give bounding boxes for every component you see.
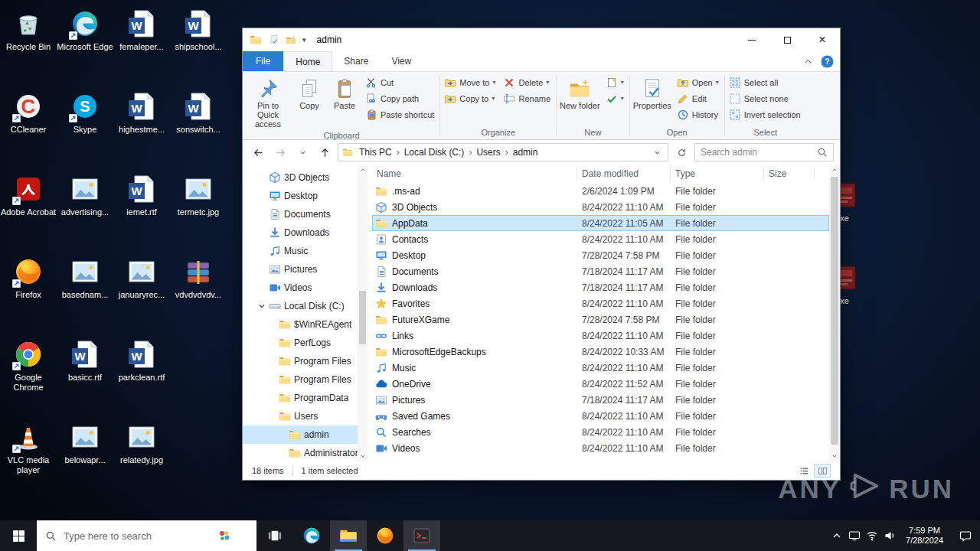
ribbon-button-open[interactable]: Open▾ <box>674 74 724 90</box>
nav-item-downloads[interactable]: Downloads <box>243 223 358 242</box>
column-header-name[interactable]: Name <box>372 167 577 181</box>
nav-item-perflogs[interactable]: PerfLogs <box>243 334 358 352</box>
scroll-up-icon[interactable] <box>358 165 368 175</box>
desktop-icon-highestme[interactable]: Whighestme... <box>113 90 170 135</box>
ribbon-button-edit[interactable]: Edit <box>674 90 724 106</box>
nav-item-music[interactable]: Music <box>243 242 358 260</box>
file-row-links[interactable]: Links8/24/2022 11:10 AMFile folder <box>372 328 829 344</box>
taskbar-clock[interactable]: 7:59 PM 7/28/2024 <box>898 526 951 546</box>
file-row-microsoftedgebackups[interactable]: MicrosoftEdgeBackups8/24/2022 10:33 AMFi… <box>372 344 829 360</box>
tray-volume-icon[interactable] <box>880 520 898 551</box>
desktop-icon-adobe-acrobat[interactable]: Adobe Acrobat <box>0 173 57 217</box>
qat-properties-button[interactable] <box>269 34 279 45</box>
breadcrumb-item-users[interactable]: Users <box>472 147 505 158</box>
up-button[interactable] <box>315 143 334 161</box>
minimize-button[interactable] <box>734 28 769 51</box>
nav-item-program-files[interactable]: Program Files <box>243 352 358 370</box>
breadcrumb-item-this-pc[interactable]: This PC <box>354 147 397 158</box>
search-input[interactable] <box>701 147 812 158</box>
tray-network-icon[interactable] <box>863 520 880 551</box>
file-row-favorites[interactable]: Favorites8/24/2022 11:10 AMFile folder <box>372 295 829 311</box>
tab-file[interactable]: File <box>243 51 283 71</box>
breadcrumb-item-local-disk-c[interactable]: Local Disk (C:) <box>400 147 469 158</box>
ribbon-button-copy[interactable]: Copy <box>292 74 327 112</box>
file-row-desktop[interactable]: Desktop7/28/2024 7:58 PMFile folder <box>372 247 829 263</box>
ribbon-button-pin-to-quick-access[interactable]: Pin to Quick access <box>244 74 292 130</box>
desktop-icon-ccleaner[interactable]: CCCleaner <box>0 90 57 135</box>
file-row-documents[interactable]: Documents7/18/2024 11:17 AMFile folder <box>372 263 829 279</box>
qat-customize-icon[interactable]: ▾ <box>302 36 306 44</box>
nav-item-pictures[interactable]: Pictures <box>243 260 358 279</box>
nav-scrollbar[interactable] <box>358 165 368 461</box>
desktop-icon-vdvdvdvdv[interactable]: vdvdvdvdv... <box>170 256 227 300</box>
file-row-ms-ad[interactable]: .ms-ad2/6/2024 1:09 PMFile folder <box>372 183 829 199</box>
desktop-icon-termetc-jpg[interactable]: termetc.jpg <box>170 173 227 217</box>
nav-item-winreagent[interactable]: $WinREAgent <box>243 315 358 334</box>
action-center-button[interactable] <box>951 530 980 542</box>
ribbon-button-paste-shortcut[interactable]: Paste shortcut <box>362 106 439 122</box>
desktop-icon-belowapr[interactable]: belowapr... <box>57 421 113 465</box>
ribbon-button-move-to[interactable]: Move to▾ <box>441 74 500 90</box>
column-header-date-modified[interactable]: Date modified <box>577 167 671 181</box>
taskbar-task-view[interactable] <box>256 520 293 551</box>
ribbon-button-paste[interactable]: Paste <box>327 74 362 112</box>
taskbar-file-explorer[interactable] <box>330 520 367 551</box>
maximize-button[interactable] <box>769 28 805 51</box>
desktop-icon-relatedy-jpg[interactable]: relatedy.jpg <box>113 421 170 465</box>
list-scrollbar[interactable] <box>829 165 840 461</box>
taskbar-search[interactable] <box>37 520 256 551</box>
collapse-ribbon-icon[interactable] <box>803 57 813 67</box>
close-button[interactable]: × <box>805 28 840 51</box>
breadcrumb-item-admin[interactable]: admin <box>508 147 543 158</box>
ribbon-button-invert-selection[interactable]: Invert selection <box>726 106 805 122</box>
ribbon-button-copy-path[interactable]: Copy path <box>362 90 439 106</box>
desktop-icon-shipschool[interactable]: Wshipschool... <box>170 8 227 52</box>
scroll-down-icon[interactable] <box>829 451 840 461</box>
chevron-down-icon[interactable] <box>257 302 266 310</box>
ribbon-button-properties[interactable]: Properties <box>631 74 674 112</box>
desktop-icon-recycle-bin[interactable]: Recycle Bin <box>0 8 57 52</box>
nav-item-documents[interactable]: Documents <box>243 205 358 223</box>
desktop-icon-sonswitch[interactable]: Wsonswitch... <box>170 90 227 135</box>
ribbon-button-new-item[interactable]: ▾ <box>603 74 629 90</box>
desktop-icon-skype[interactable]: SSkype <box>57 90 113 135</box>
file-row-saved-games[interactable]: Saved Games8/24/2022 11:10 AMFile folder <box>372 408 829 424</box>
file-row-3d-objects[interactable]: 3D Objects8/24/2022 11:10 AMFile folder <box>372 199 829 215</box>
desktop-icon-microsoft-edge[interactable]: Microsoft Edge <box>57 8 113 52</box>
tray-display-icon[interactable] <box>845 520 863 551</box>
search-icon[interactable] <box>817 147 828 158</box>
taskbar-firefox[interactable] <box>367 520 403 551</box>
desktop-icon-firefox[interactable]: Firefox <box>0 256 57 300</box>
ribbon-button-copy-to[interactable]: Copy to▾ <box>441 90 500 106</box>
search-box[interactable] <box>694 143 834 161</box>
ribbon-button-select-all[interactable]: Select all <box>726 74 805 90</box>
desktop-icon-advertising[interactable]: advertising... <box>57 173 113 217</box>
qat-new-folder-button[interactable] <box>286 34 296 45</box>
recent-locations-icon[interactable] <box>293 143 312 161</box>
scroll-up-icon[interactable] <box>829 165 840 175</box>
file-row-futurexgame[interactable]: FutureXGame7/28/2024 7:58 PMFile folder <box>372 311 829 328</box>
taskbar-running-sample[interactable] <box>403 520 440 551</box>
nav-item-administrator[interactable]: Administrator <box>243 444 358 461</box>
start-button[interactable] <box>0 520 37 551</box>
file-row-downloads[interactable]: Downloads7/18/2024 11:17 AMFile folder <box>372 279 829 295</box>
file-row-videos[interactable]: Videos8/24/2022 11:10 AMFile folder <box>372 440 829 456</box>
desktop-icon-google-chrome[interactable]: Google Chrome <box>0 338 57 393</box>
nav-item-programdata[interactable]: ProgramData <box>243 389 358 407</box>
tray-chevron-up-icon[interactable] <box>828 520 845 551</box>
nav-item-desktop[interactable]: Desktop <box>243 187 358 205</box>
taskbar-edge[interactable] <box>293 520 330 551</box>
file-row-searches[interactable]: Searches8/24/2022 11:10 AMFile folder <box>372 424 829 440</box>
desktop-icon-basicc-rtf[interactable]: Wbasicc.rtf <box>57 338 113 383</box>
nav-item-program-files[interactable]: Program Files <box>243 370 358 389</box>
ribbon-button-select-none[interactable]: Select none <box>726 90 805 106</box>
desktop-icon-januaryrec[interactable]: januaryrec... <box>113 256 170 300</box>
nav-item-local-disk-c[interactable]: Local Disk (C:) <box>243 297 358 315</box>
tab-share[interactable]: Share <box>332 51 380 71</box>
nav-item-users[interactable]: Users <box>243 407 358 425</box>
tab-home[interactable]: Home <box>283 51 332 71</box>
file-row-appdata[interactable]: AppData8/24/2022 11:05 AMFile folder <box>372 215 829 231</box>
column-header-size[interactable]: Size <box>764 167 815 181</box>
ribbon-button-cut[interactable]: Cut <box>362 74 439 90</box>
desktop-icon-basednam[interactable]: basednam... <box>57 256 113 300</box>
